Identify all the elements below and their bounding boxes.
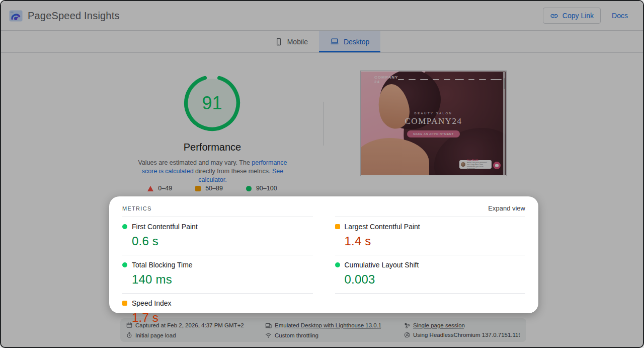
pass-circle-icon — [122, 224, 127, 229]
metric-name: Speed Index — [132, 299, 172, 307]
metric-value: 0.003 — [335, 272, 526, 287]
average-square-icon — [335, 224, 340, 229]
metric-cumulative-layout-shift: Cumulative Layout Shift 0.003 — [335, 255, 526, 294]
metrics-section-title: METRICS — [122, 205, 152, 212]
expand-view-toggle[interactable]: Expand view — [488, 204, 525, 212]
average-square-icon — [122, 301, 127, 306]
metric-value: 1.7 s — [122, 311, 313, 325]
metric-value: 140 ms — [122, 272, 313, 287]
metrics-header: METRICS Expand view — [109, 196, 538, 217]
pass-circle-icon — [335, 262, 340, 267]
pass-circle-icon — [122, 262, 127, 267]
metric-name: Cumulative Layout Shift — [345, 261, 419, 269]
metric-value: 0.6 s — [122, 234, 313, 248]
metric-value: 1.4 s — [335, 234, 526, 248]
metric-largest-contentful-paint: Largest Contentful Paint 1.4 s — [335, 217, 526, 255]
metric-first-contentful-paint: First Contentful Paint 0.6 s — [122, 217, 313, 255]
metric-empty-cell — [335, 294, 526, 331]
metric-name: Largest Contentful Paint — [345, 223, 420, 231]
metric-speed-index: Speed Index 1.7 s — [122, 294, 313, 331]
metric-total-blocking-time: Total Blocking Time 140 ms — [122, 255, 313, 294]
metric-name: Total Blocking Time — [132, 261, 193, 269]
pagespeed-insights-window: PageSpeed Insights Copy Link Docs Mobile… — [0, 0, 644, 348]
metrics-grid: First Contentful Paint 0.6 s Largest Con… — [109, 217, 538, 331]
metric-name: First Contentful Paint — [132, 223, 198, 231]
metrics-card: METRICS Expand view First Contentful Pai… — [109, 196, 538, 313]
